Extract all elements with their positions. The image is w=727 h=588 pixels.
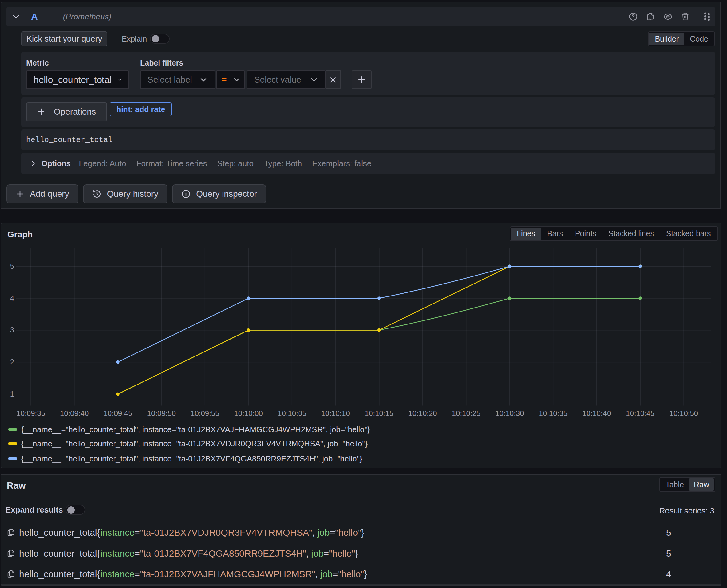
svg-text:10:09:55: 10:09:55 (191, 409, 219, 417)
svg-text:10:10:00: 10:10:00 (234, 409, 262, 417)
svg-text:10:09:35: 10:09:35 (16, 409, 45, 417)
svg-text:10:10:45: 10:10:45 (626, 409, 654, 417)
svg-text:10:10:40: 10:10:40 (582, 409, 611, 417)
svg-text:10:10:35: 10:10:35 (539, 409, 567, 417)
svg-text:10:10:05: 10:10:05 (278, 409, 306, 417)
svg-text:1: 1 (10, 390, 14, 398)
svg-text:10:09:45: 10:09:45 (103, 409, 132, 417)
svg-text:10:10:20: 10:10:20 (408, 409, 437, 417)
svg-text:10:10:15: 10:10:15 (365, 409, 393, 417)
svg-text:10:09:40: 10:09:40 (60, 409, 89, 417)
svg-text:10:09:50: 10:09:50 (147, 409, 176, 417)
svg-text:10:10:30: 10:10:30 (495, 409, 524, 417)
svg-text:4: 4 (10, 294, 14, 302)
svg-text:10:10:10: 10:10:10 (321, 409, 350, 417)
svg-text:10:10:50: 10:10:50 (669, 409, 698, 417)
svg-text:10:10:25: 10:10:25 (452, 409, 480, 417)
svg-text:2: 2 (10, 358, 14, 366)
svg-text:3: 3 (10, 326, 14, 334)
svg-text:5: 5 (10, 262, 14, 270)
